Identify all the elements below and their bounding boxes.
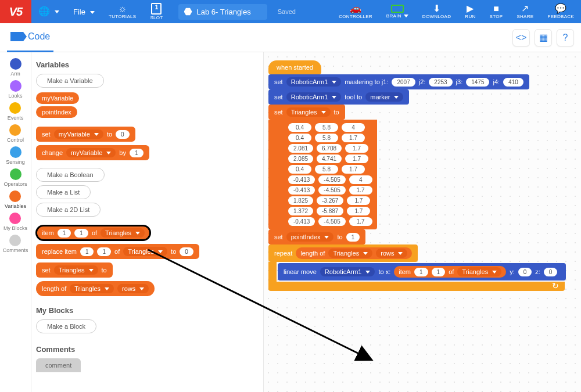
controller-button[interactable]: 🚗CONTROLLER (332, 0, 379, 23)
category-dot (10, 80, 21, 92)
category-dot (9, 102, 21, 114)
data-cell[interactable]: -4.505 (318, 175, 345, 184)
when-started-block[interactable]: when started (268, 60, 321, 74)
code-view-button[interactable]: <> (512, 29, 530, 46)
data-cell[interactable]: 2.085 (288, 154, 313, 163)
tutorials-button[interactable]: ☼TUTORIALS (102, 0, 143, 23)
port-icon: ▦ (539, 32, 548, 43)
set-2dlist-body[interactable]: 0.45.840.45.81.72.0816.7081.72.0854.7411… (268, 120, 377, 229)
project-icon (184, 8, 192, 16)
stop-button[interactable]: ■STOP (483, 0, 510, 23)
data-cell[interactable]: 0.4 (288, 123, 311, 132)
data-row[interactable]: 2.0816.7081.7 (288, 144, 372, 153)
data-cell[interactable]: -3.267 (317, 196, 343, 205)
category-control[interactable]: Control (7, 123, 24, 144)
data-cell[interactable]: 0.4 (288, 165, 311, 174)
make-boolean-button[interactable]: Make a Boolean (36, 168, 105, 182)
tab-bar: Code <> ▦ ? (0, 23, 581, 52)
globe-icon: 🌐 (38, 7, 50, 16)
set-pointindex-block[interactable]: set pointIndex to 1 (268, 229, 365, 244)
data-cell[interactable]: 1.825 (288, 196, 313, 205)
category-variables[interactable]: Variables (5, 189, 26, 210)
category-arm[interactable]: Arm (10, 57, 21, 78)
data-cell[interactable]: -0.413 (288, 186, 315, 195)
data-cell[interactable]: 1.372 (288, 207, 313, 215)
mastering-block[interactable]: set RoboticArm1 mastering to j1:2007 j2:… (268, 74, 529, 89)
tab-code[interactable]: Code (7, 23, 53, 52)
make-2dlist-button[interactable]: Make a 2D List (36, 203, 101, 217)
data-cell[interactable]: 5.8 (315, 165, 338, 174)
data-cell[interactable]: 1.7 (347, 207, 370, 215)
data-row[interactable]: -0.413-4.5051.7 (288, 217, 372, 226)
data-cell[interactable]: -0.413 (288, 217, 315, 226)
make-block-button[interactable]: Make a Block (36, 319, 96, 333)
repeat-block-header[interactable]: repeat length of Triangles rows (268, 244, 418, 262)
file-menu[interactable]: File (66, 0, 102, 23)
data-cell[interactable]: 5.8 (315, 123, 338, 132)
linear-move-block[interactable]: linear move RoboticArm1 to x: item 1 1 o… (278, 263, 566, 280)
set-2dlist-block-palette[interactable]: set Triangles to (36, 262, 113, 278)
make-list-button[interactable]: Make a List (36, 185, 91, 199)
data-cell[interactable]: 1.7 (342, 165, 365, 174)
data-cell[interactable]: 5.8 (315, 134, 338, 142)
category-looks[interactable]: Looks (8, 79, 22, 100)
category-operators[interactable]: Operators (3, 167, 27, 188)
devices-button[interactable]: ▦ (535, 29, 552, 46)
data-cell[interactable]: 1.7 (342, 134, 365, 142)
data-row[interactable]: 1.372-5.8871.7 (288, 207, 372, 215)
data-cell[interactable]: 1.7 (347, 196, 370, 205)
project-title[interactable]: Lab 6- Triangles (178, 4, 267, 20)
category-comments[interactable]: Comments (3, 233, 28, 254)
data-row[interactable]: 0.45.84 (288, 123, 372, 132)
data-cell[interactable]: -0.413 (288, 175, 315, 184)
category-dot (9, 213, 21, 224)
data-cell[interactable]: 4 (342, 123, 365, 132)
data-cell[interactable]: 2.081 (288, 144, 313, 153)
variable-myvariable[interactable]: myVariable (36, 92, 79, 104)
data-cell[interactable]: 6.708 (317, 144, 342, 153)
download-button[interactable]: ⬇DOWNLOAD (415, 0, 458, 23)
data-row[interactable]: -0.413-4.5054 (288, 175, 372, 184)
item-of-2dlist-block[interactable]: item 1 1 of Triangles (36, 225, 150, 240)
feedback-button[interactable]: 💬FEEDBACK (540, 0, 581, 23)
data-cell[interactable]: -5.887 (317, 207, 343, 215)
data-row[interactable]: 2.0854.7411.7 (288, 154, 372, 163)
help-button[interactable]: ? (557, 29, 574, 46)
replace-item-block[interactable]: replace item 1 1 of Triangles to 0 (36, 244, 199, 259)
data-row[interactable]: -0.413-4.5051.7 (288, 186, 372, 195)
data-cell[interactable]: 1.7 (349, 186, 372, 195)
data-cell[interactable]: 0.4 (288, 134, 311, 142)
length-of-block[interactable]: length of Triangles rows (36, 281, 155, 296)
category-events[interactable]: Events (8, 101, 24, 122)
category-sensing[interactable]: Sensing (6, 145, 25, 166)
data-cell[interactable]: 4 (349, 175, 372, 184)
category-label: Looks (8, 93, 22, 99)
data-cell[interactable]: 1.7 (345, 154, 368, 163)
tool-block[interactable]: set RoboticArm1 tool to marker (268, 89, 409, 105)
brain-button[interactable]: BRAIN (379, 0, 415, 23)
tab-code-label: Code (28, 31, 50, 42)
script-canvas[interactable]: when started set RoboticArm1 mastering t… (264, 52, 581, 392)
data-cell[interactable]: 4.741 (317, 154, 342, 163)
data-cell[interactable]: 1.7 (349, 217, 372, 226)
data-row[interactable]: 0.45.81.7 (288, 165, 372, 174)
slot-button[interactable]: 1 SLOT (143, 0, 170, 23)
set-variable-block[interactable]: set myVariable to 0 (36, 127, 135, 142)
share-button[interactable]: ↗SHARE (510, 0, 540, 23)
category-my-blocks[interactable]: My Blocks (3, 211, 27, 232)
comment-block[interactable]: comment (36, 358, 81, 372)
data-cell[interactable]: 1.7 (345, 144, 368, 153)
make-variable-button[interactable]: Make a Variable (36, 74, 104, 88)
run-button[interactable]: ▶RUN (458, 0, 482, 23)
logo: V5 (0, 0, 31, 23)
data-row[interactable]: 0.45.81.7 (288, 134, 372, 142)
category-label: Events (8, 115, 24, 121)
variable-pointindex[interactable]: pointIndex (36, 106, 77, 118)
set-triangles-block[interactable]: set Triangles to (268, 105, 345, 120)
repeat-body: linear move RoboticArm1 to x: item 1 1 o… (268, 262, 566, 282)
data-cell[interactable]: -4.505 (318, 186, 345, 195)
data-cell[interactable]: -4.505 (318, 217, 345, 226)
data-row[interactable]: 1.825-3.2671.7 (288, 196, 372, 205)
change-variable-block[interactable]: change myVariable by 1 (36, 145, 149, 160)
globe-menu[interactable]: 🌐 (31, 0, 66, 23)
